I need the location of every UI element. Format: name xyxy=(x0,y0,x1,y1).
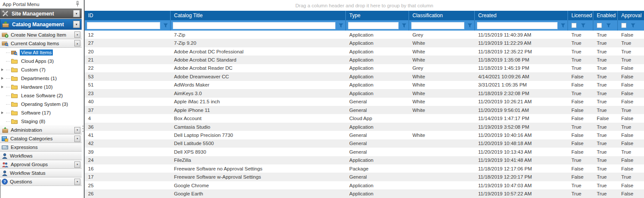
person-icon xyxy=(2,153,8,159)
column-header-created[interactable]: Created xyxy=(475,11,568,20)
filter-funnel-icon[interactable] xyxy=(337,22,344,29)
table-row[interactable]: 37Apple iPhone 11GeneralWhite11/20/2019 … xyxy=(85,106,644,114)
tree-item-software[interactable]: Software (17) xyxy=(0,108,82,117)
column-header-type[interactable]: Type xyxy=(346,11,409,20)
column-header-catalog-title[interactable]: Catalog Title xyxy=(171,11,346,20)
table-row[interactable]: 23AimKeys 3.0ApplicationWhite11/18/2019 … xyxy=(85,89,644,97)
filter-checkbox-enabled[interactable] xyxy=(597,23,602,28)
table-row[interactable]: 51AdWords MakerApplicationWhite3/31/2021… xyxy=(85,81,644,89)
cell-classification: Grey xyxy=(409,32,475,37)
tree-item-view-all-items[interactable]: View All Items xyxy=(0,48,82,57)
table-row[interactable]: 26Google EarthApplication11/19/2019 10:5… xyxy=(85,189,644,198)
table-row[interactable]: 39Dell XPS 8930General11/20/2019 10:13:4… xyxy=(85,148,644,156)
sidebar-item-expressions[interactable]: Expressions xyxy=(0,143,82,152)
filter-funnel-icon[interactable] xyxy=(629,22,636,29)
table-row[interactable]: 16Freeware Software no Approval Settings… xyxy=(85,164,644,173)
chevron-down-icon[interactable] xyxy=(74,31,80,38)
sidebar-item-catalog-categories[interactable]: Catalog Categories xyxy=(0,134,82,143)
cell-approval: False xyxy=(618,91,644,96)
chevron-down-icon[interactable] xyxy=(74,136,80,142)
cell-created: 11/20/2019 10:26:21 AM xyxy=(475,99,568,104)
cell-approval: False xyxy=(618,191,644,196)
tree-item-hardware[interactable]: Hardware (10) xyxy=(0,83,82,91)
sidebar-item-create-new-catalog-item[interactable]: Create New Catalog Item xyxy=(0,31,82,39)
table-row[interactable]: 4Box AccountCloud App11/14/2019 1:47:17 … xyxy=(85,114,644,122)
expand-arrow-icon[interactable] xyxy=(1,77,3,80)
chevron-up-icon[interactable] xyxy=(74,40,80,46)
tree-item-lease-software[interactable]: Lease Software (2) xyxy=(0,91,82,100)
sidebar-item-approval-groups[interactable]: Approval Groups xyxy=(0,160,82,169)
sidebar-item-administration[interactable]: Administration xyxy=(0,126,82,134)
tree-item-operating-system[interactable]: Operating System (3) xyxy=(0,100,82,108)
column-header-licensed[interactable]: Licensed xyxy=(568,11,593,20)
filter-checkbox-approval[interactable] xyxy=(621,23,626,28)
sidebar-item-site-management[interactable]: Site Management xyxy=(0,9,82,19)
cell-enabled: True xyxy=(593,32,618,37)
cell-licensed: False xyxy=(568,141,593,146)
sidebar-item-questions[interactable]: ? Questions xyxy=(0,177,82,186)
cell-enabled: True xyxy=(593,183,618,188)
sidebar-item-workflows[interactable]: Workflows xyxy=(0,152,82,160)
column-label: Approval xyxy=(621,12,641,19)
cell-type: Application xyxy=(346,183,409,188)
tree-item-custom[interactable]: Custom (7) xyxy=(0,65,82,74)
table-row[interactable]: 53Adobe Dreamweaver CCApplicationWhite4/… xyxy=(85,72,644,80)
pin-icon[interactable] xyxy=(76,1,79,8)
filter-input-catalog-title[interactable] xyxy=(173,22,336,29)
tree-item-label: Lease Software (2) xyxy=(20,93,64,99)
chevron-down-icon[interactable] xyxy=(73,21,80,28)
filter-input-created[interactable] xyxy=(477,22,558,29)
filter-funnel-icon[interactable] xyxy=(605,22,612,29)
chevron-down-icon[interactable] xyxy=(74,161,80,168)
cell-approval: False xyxy=(618,141,644,146)
chevron-down-icon[interactable] xyxy=(74,127,80,133)
sidebar-item-catalog-management[interactable]: Catalog Management xyxy=(0,19,82,30)
expand-arrow-icon[interactable] xyxy=(1,68,3,71)
tree-item-cloud-apps[interactable]: Cloud Apps (3) xyxy=(0,57,82,65)
sidebar-item-workflow-status[interactable]: Workflow Status xyxy=(0,169,82,177)
filter-checkbox-licensed[interactable] xyxy=(571,23,577,28)
tree-item-label: Cloud Apps (3) xyxy=(20,58,55,64)
filter-input-id[interactable] xyxy=(87,22,160,29)
table-row[interactable]: 25Google ChromeApplication11/19/2019 10:… xyxy=(85,181,644,189)
filter-input-classification[interactable] xyxy=(411,22,464,29)
tree-item-staging[interactable]: Staging (8) xyxy=(0,117,82,126)
table-row[interactable]: 127-ZipApplicationGrey11/15/2019 11:40:3… xyxy=(85,31,644,39)
filter-funnel-icon[interactable] xyxy=(559,22,566,29)
sidebar-item-label: Questions xyxy=(10,179,32,184)
cell-id: 39 xyxy=(85,149,171,155)
cell-created: 11/20/2019 10:48:18 AM xyxy=(475,141,568,146)
expand-arrow-icon[interactable] xyxy=(1,111,3,114)
cell-id: 51 xyxy=(85,82,171,87)
sidebar-splitter[interactable] xyxy=(82,0,85,198)
column-header-classification[interactable]: Classification xyxy=(409,11,475,20)
table-row[interactable]: 17Freeware Software w-Approval SettingsG… xyxy=(85,173,644,181)
folder-icon xyxy=(11,84,18,90)
cell-type: Application xyxy=(346,91,409,96)
table-row[interactable]: 22Adobe Acrobat Reader DCApplicationGrey… xyxy=(85,64,644,72)
filter-input-type[interactable] xyxy=(348,22,399,29)
tree-item-label: View All Items xyxy=(20,50,53,56)
table-row[interactable]: 24FileZillaApplication11/19/2019 10:41:4… xyxy=(85,156,644,164)
table-row[interactable]: 36Camtasia StudioApplication11/19/2019 3… xyxy=(85,123,644,131)
chevron-down-icon[interactable] xyxy=(74,179,80,185)
filter-funnel-icon[interactable] xyxy=(580,22,586,29)
column-header-id[interactable]: ID xyxy=(85,11,171,20)
column-header-approval[interactable]: Approval xyxy=(618,11,644,20)
sidebar-item-current-catalog-items[interactable]: Current Catalog Items xyxy=(0,39,82,48)
tree-item-departments[interactable]: Departments (1) xyxy=(0,74,82,83)
table-row[interactable]: 40Apple iMac 21.5 inchGeneralWhite11/20/… xyxy=(85,98,644,106)
expand-arrow-icon[interactable] xyxy=(1,86,3,88)
table-row[interactable]: 20Adobe Acrobat DC ProfessionalApplicati… xyxy=(85,47,644,56)
cell-classification: White xyxy=(409,108,475,113)
filter-funnel-icon[interactable] xyxy=(400,22,407,29)
filter-funnel-icon[interactable] xyxy=(162,22,169,29)
table-row[interactable]: 41Dell Laptop Precision 7730GeneralWhite… xyxy=(85,131,644,139)
chevron-down-icon[interactable] xyxy=(73,10,80,17)
table-row[interactable]: 277-Zip 9.20ApplicationWhite11/19/2019 1… xyxy=(85,39,644,47)
column-header-enabled[interactable]: Enabled xyxy=(593,11,618,20)
group-drop-zone[interactable]: Drag a column header and drop it here to… xyxy=(85,0,644,11)
filter-funnel-icon[interactable] xyxy=(466,22,473,29)
table-row[interactable]: 21Adobe Acrobat DC StandardApplicationWh… xyxy=(85,56,644,64)
table-row[interactable]: 42Dell Latitude 5500General11/20/2019 10… xyxy=(85,139,644,148)
